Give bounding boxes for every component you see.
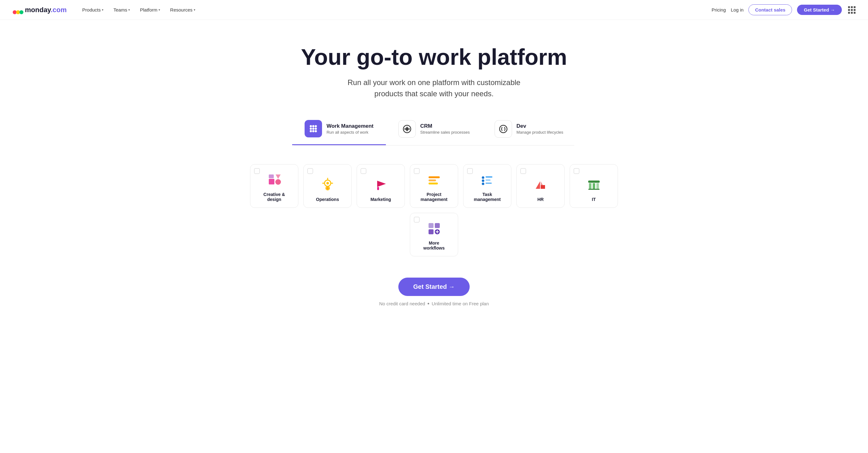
card-label-marketing: Marketing (361, 197, 400, 202)
logo-text: monday.com (25, 6, 67, 14)
card-task-management[interactable]: Taskmanagement (463, 164, 512, 208)
svg-rect-29 (429, 176, 440, 178)
svg-point-0 (13, 10, 17, 14)
svg-point-32 (482, 176, 484, 179)
tabs-divider (294, 145, 574, 146)
it-icon-area (574, 177, 613, 193)
svg-point-1 (16, 10, 20, 14)
svg-rect-40 (541, 185, 545, 189)
crm-tab-info: CRM Streamline sales processes (420, 123, 470, 134)
dev-tab-info: Dev Manage product lifecycles (516, 123, 563, 134)
card-operations[interactable]: Operations (303, 164, 352, 208)
card-label-operations: Operations (308, 197, 347, 202)
svg-marker-38 (536, 181, 540, 189)
svg-rect-14 (269, 179, 274, 184)
svg-rect-44 (593, 183, 595, 189)
tab-dev[interactable]: Dev Manage product lifecycles (482, 114, 576, 145)
card-creative-design[interactable]: Creative &design (250, 164, 298, 208)
more-icon-area (414, 220, 454, 237)
svg-point-7 (312, 128, 315, 130)
nav-resources[interactable]: Resources ▾ (166, 5, 199, 15)
product-tabs: Work Management Run all aspects of work … (292, 114, 576, 145)
tab-crm[interactable]: CRM Streamline sales processes (386, 114, 482, 145)
card-more-workflows[interactable]: Moreworkflows (410, 213, 458, 256)
svg-rect-49 (429, 229, 434, 234)
nav-platform[interactable]: Platform ▾ (135, 5, 164, 15)
svg-rect-35 (486, 179, 491, 181)
dev-icon-wrap (495, 120, 512, 138)
svg-rect-28 (377, 187, 379, 190)
pricing-link[interactable]: Pricing (712, 7, 726, 12)
card-checkbox-project[interactable] (414, 168, 420, 174)
card-project-management[interactable]: Projectmanagement (410, 164, 458, 208)
work-management-tab-info: Work Management Run all aspects of work (327, 123, 373, 134)
get-started-nav-button[interactable]: Get Started → (797, 5, 842, 15)
svg-point-8 (315, 128, 317, 130)
svg-point-16 (275, 179, 281, 185)
card-it[interactable]: IT (570, 164, 618, 208)
card-marketing[interactable]: Marketing (356, 164, 405, 208)
crm-title: CRM (420, 123, 470, 129)
work-management-desc: Run all aspects of work (327, 130, 373, 134)
card-checkbox-operations[interactable] (307, 168, 313, 174)
hero-title: Your go-to work platform (301, 45, 567, 69)
svg-rect-47 (429, 223, 434, 228)
nav-links: Products ▾ Teams ▾ Platform ▾ Resources … (78, 5, 712, 15)
hero-subtitle: Run all your work on one platform with c… (348, 77, 520, 99)
crm-icon-wrap (398, 120, 416, 138)
card-checkbox-it[interactable] (574, 168, 579, 174)
contact-sales-button[interactable]: Contact sales (748, 4, 792, 15)
svg-point-34 (482, 179, 484, 182)
navbar: monday.com Products ▾ Teams ▾ Platform ▾… (0, 0, 868, 20)
marketing-icon-area (361, 177, 400, 193)
grid-menu-icon[interactable] (848, 6, 856, 14)
card-hr[interactable]: HR (516, 164, 565, 208)
dev-desc: Manage product lifecycles (516, 130, 563, 134)
svg-point-6 (310, 128, 312, 130)
nav-teams[interactable]: Teams ▾ (109, 5, 134, 15)
svg-point-13 (500, 125, 507, 133)
crm-desc: Streamline sales processes (420, 130, 470, 134)
card-checkbox-hr[interactable] (520, 168, 526, 174)
svg-marker-27 (377, 181, 386, 187)
svg-rect-30 (429, 179, 436, 181)
get-started-main-button[interactable]: Get Started → (398, 278, 470, 296)
svg-point-23 (327, 182, 329, 184)
svg-point-3 (310, 125, 312, 127)
chevron-down-icon: ▾ (158, 8, 160, 11)
svg-rect-45 (596, 183, 599, 189)
svg-rect-37 (486, 183, 492, 184)
operations-icon-area (308, 177, 347, 193)
login-link[interactable]: Log in (731, 7, 744, 12)
nav-right: Pricing Log in Contact sales Get Started… (712, 4, 856, 15)
svg-rect-43 (589, 183, 591, 189)
chevron-down-icon: ▾ (128, 8, 130, 11)
card-label-it: IT (574, 197, 613, 202)
svg-point-5 (315, 125, 317, 127)
creative-icon-area (255, 172, 294, 188)
card-checkbox-marketing[interactable] (361, 168, 366, 174)
svg-point-10 (312, 130, 315, 132)
svg-rect-46 (588, 189, 599, 190)
hero-section: Your go-to work platform Run all your wo… (0, 20, 868, 337)
task-icon-area (468, 172, 507, 188)
card-checkbox-more[interactable] (414, 217, 420, 222)
svg-rect-17 (269, 175, 274, 178)
card-label-project: Projectmanagement (414, 192, 454, 202)
card-checkbox-creative[interactable] (254, 168, 260, 174)
card-label-more: Moreworkflows (414, 241, 454, 250)
project-icon-area (414, 172, 454, 188)
svg-point-9 (310, 130, 312, 132)
svg-point-2 (20, 10, 24, 14)
logo[interactable]: monday.com (12, 4, 67, 16)
svg-rect-48 (435, 223, 440, 228)
card-label-hr: HR (521, 197, 560, 202)
card-label-creative: Creative &design (255, 192, 294, 202)
chevron-down-icon: ▾ (194, 8, 195, 11)
nav-products[interactable]: Products ▾ (78, 5, 108, 15)
card-checkbox-task[interactable] (467, 168, 473, 174)
tab-work-management[interactable]: Work Management Run all aspects of work (292, 114, 386, 145)
work-management-icon-wrap (305, 120, 322, 138)
svg-point-11 (315, 130, 317, 132)
svg-rect-33 (486, 176, 492, 178)
